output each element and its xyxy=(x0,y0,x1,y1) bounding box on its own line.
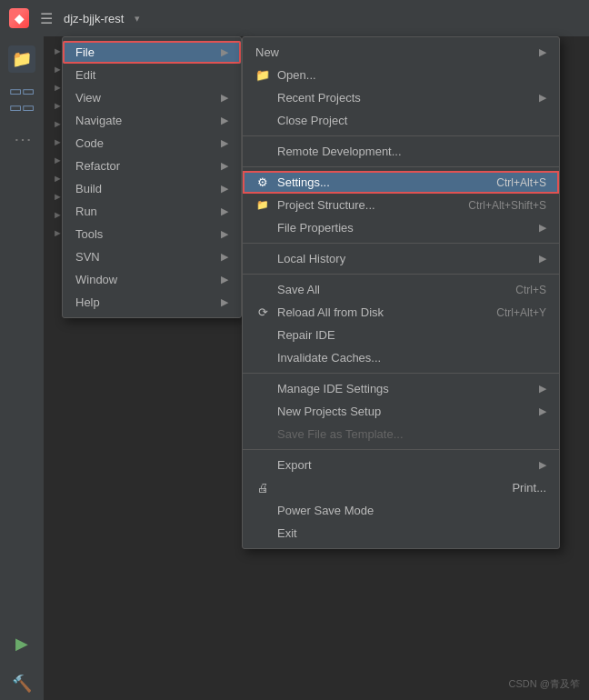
reload-shortcut: Ctrl+Alt+Y xyxy=(496,306,546,319)
submenu-item-recent[interactable]: Recent Projects ▶ xyxy=(243,86,559,109)
chevron-right-icon: ▶ xyxy=(539,222,546,234)
menu-item-refactor-label: Refactor xyxy=(75,159,120,173)
submenu-item-reload[interactable]: ⟳ Reload All from Disk Ctrl+Alt+Y xyxy=(243,301,559,324)
separator xyxy=(243,449,559,450)
folder-open-icon: 📁 xyxy=(255,68,270,82)
submenu-item-local-history[interactable]: Local History ▶ xyxy=(243,247,559,270)
run-icon[interactable]: ▶ xyxy=(8,630,35,657)
submenu-item-exit-label: Exit xyxy=(277,526,297,540)
submenu-item-new-projects-label: New Projects Setup xyxy=(277,405,381,418)
chevron-right-icon: ▶ xyxy=(221,115,228,126)
modules-icon[interactable]: ▭▭▭▭ xyxy=(8,85,35,113)
submenu-item-open[interactable]: 📁 Open... xyxy=(243,64,559,86)
chevron-right-icon: ▶ xyxy=(539,253,546,265)
menu-item-svn-label: SVN xyxy=(75,250,100,264)
chevron-right-icon: ▶ xyxy=(221,160,228,172)
chevron-right-icon: ▶ xyxy=(539,46,546,58)
submenu-item-new-projects[interactable]: New Projects Setup ▶ xyxy=(243,400,559,423)
submenu-item-export-label: Export xyxy=(277,458,312,472)
submenu-item-settings[interactable]: ⚙ Settings... Ctrl+Alt+S xyxy=(243,171,559,194)
project-name: djz-bjjk-rest xyxy=(64,12,124,25)
menu-item-file-label: File xyxy=(75,45,95,59)
chevron-right-icon: ▶ xyxy=(539,459,546,471)
submenu-item-invalidate[interactable]: Invalidate Caches... xyxy=(243,346,559,369)
menu-item-svn[interactable]: SVN ▶ xyxy=(63,245,241,268)
menu-item-refactor[interactable]: Refactor ▶ xyxy=(63,155,241,177)
submenu-item-remote[interactable]: Remote Development... xyxy=(243,140,559,163)
submenu-item-remote-label: Remote Development... xyxy=(277,145,402,158)
hamburger-icon[interactable]: ☰ xyxy=(40,10,53,27)
print-icon: 🖨 xyxy=(255,481,270,495)
submenu-item-export[interactable]: Export ▶ xyxy=(243,454,559,476)
save-all-shortcut: Ctrl+S xyxy=(515,284,546,296)
separator xyxy=(243,373,559,374)
menu-item-navigate[interactable]: Navigate ▶ xyxy=(63,109,241,132)
chevron-right-icon: ▶ xyxy=(221,251,228,263)
menu-item-build-label: Build xyxy=(75,182,102,195)
separator xyxy=(243,166,559,167)
menu-item-file[interactable]: File ▶ xyxy=(63,41,241,64)
menu-item-navigate-label: Navigate xyxy=(75,114,122,127)
chevron-right-icon: ▶ xyxy=(539,405,546,417)
submenu-item-close-label: Close Project xyxy=(277,114,347,127)
submenu-item-file-properties[interactable]: File Properties ▶ xyxy=(243,216,559,239)
sidebar: 📁 ▭▭▭▭ ⋯ xyxy=(0,36,44,700)
menu-item-run-label: Run xyxy=(75,205,97,218)
submenu-item-save-all[interactable]: Save All Ctrl+S xyxy=(243,278,559,301)
chevron-right-icon: ▶ xyxy=(539,383,546,395)
submenu-item-settings-label: Settings... xyxy=(277,175,330,189)
submenu-item-save-all-label: Save All xyxy=(277,283,320,296)
folder-icon[interactable]: 📁 xyxy=(8,45,35,73)
submenu-item-project-structure[interactable]: 📁 Project Structure... Ctrl+Alt+Shift+S xyxy=(243,194,559,216)
menu-item-edit[interactable]: Edit xyxy=(63,64,241,86)
file-submenu: New ▶ 📁 Open... Recent Projects ▶ Close … xyxy=(242,36,560,549)
submenu-item-exit[interactable]: Exit xyxy=(243,522,559,545)
menu-item-view[interactable]: View ▶ xyxy=(63,86,241,109)
chevron-right-icon: ▶ xyxy=(221,274,228,285)
submenu-item-invalidate-label: Invalidate Caches... xyxy=(277,351,381,365)
menu-item-window[interactable]: Window ▶ xyxy=(63,268,241,291)
submenu-item-save-template-label: Save File as Template... xyxy=(277,427,404,441)
reload-icon: ⟳ xyxy=(255,305,270,319)
submenu-item-recent-label: Recent Projects xyxy=(277,91,361,105)
menu-item-code[interactable]: Code ▶ xyxy=(63,132,241,155)
submenu-item-new[interactable]: New ▶ xyxy=(243,41,559,64)
submenu-item-power-save-label: Power Save Mode xyxy=(277,504,374,517)
menu-item-build[interactable]: Build ▶ xyxy=(63,177,241,200)
separator xyxy=(243,135,559,136)
more-icon[interactable]: ⋯ xyxy=(8,125,35,153)
menu-item-run[interactable]: Run ▶ xyxy=(63,200,241,223)
menu-item-window-label: Window xyxy=(75,273,117,286)
project-structure-icon: 📁 xyxy=(255,199,270,211)
project-chevron[interactable]: ▾ xyxy=(135,13,140,25)
titlebar: ◆ ☰ djz-bjjk-rest ▾ xyxy=(0,0,589,36)
menu-item-help[interactable]: Help ▶ xyxy=(63,291,241,314)
separator xyxy=(243,243,559,244)
submenu-item-manage-settings[interactable]: Manage IDE Settings ▶ xyxy=(243,377,559,400)
chevron-right-icon: ▶ xyxy=(221,137,228,149)
menu-item-tools[interactable]: Tools ▶ xyxy=(63,223,241,245)
settings-shortcut: Ctrl+Alt+S xyxy=(496,176,546,189)
submenu-item-file-properties-label: File Properties xyxy=(277,221,354,235)
submenu-item-close[interactable]: Close Project xyxy=(243,109,559,132)
submenu-item-print[interactable]: 🖨 Print... xyxy=(243,476,559,499)
chevron-right-icon: ▶ xyxy=(221,46,228,58)
menu-item-edit-label: Edit xyxy=(75,68,95,82)
app-logo: ◆ xyxy=(9,8,29,28)
submenu-item-print-label: Print... xyxy=(512,481,546,495)
chevron-right-icon: ▶ xyxy=(221,228,228,240)
chevron-right-icon: ▶ xyxy=(221,296,228,308)
menu-item-view-label: View xyxy=(75,91,101,105)
watermark-text: CSDN @青及笮 xyxy=(509,678,580,689)
separator xyxy=(243,274,559,275)
build-icon[interactable]: 🔨 xyxy=(8,670,35,697)
project-structure-shortcut: Ctrl+Alt+Shift+S xyxy=(468,199,546,212)
chevron-right-icon: ▶ xyxy=(221,183,228,195)
submenu-item-power-save[interactable]: Power Save Mode xyxy=(243,499,559,522)
submenu-item-repair[interactable]: Repair IDE xyxy=(243,324,559,346)
menu-item-tools-label: Tools xyxy=(75,227,103,241)
chevron-right-icon: ▶ xyxy=(221,205,228,217)
chevron-right-icon: ▶ xyxy=(539,92,546,104)
menu-item-code-label: Code xyxy=(75,136,104,150)
submenu-item-repair-label: Repair IDE xyxy=(277,328,335,342)
